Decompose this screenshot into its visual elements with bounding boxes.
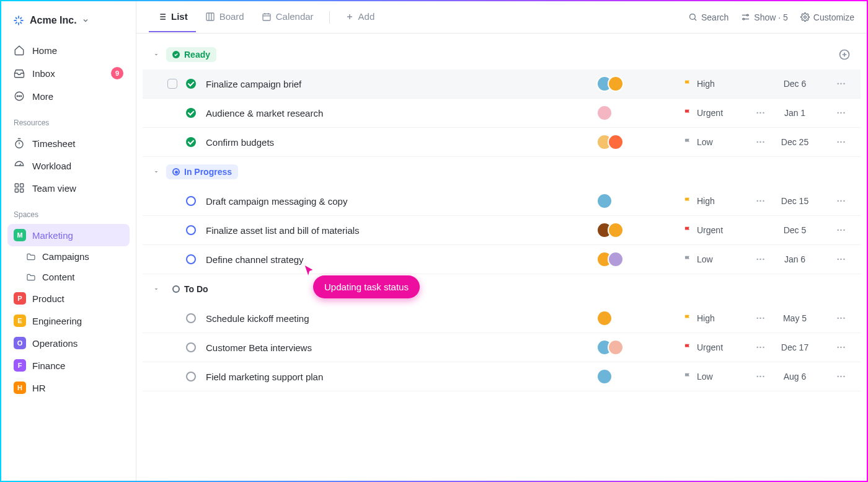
add-task-button[interactable] bbox=[838, 48, 851, 61]
task-due-date[interactable]: Dec 5 bbox=[770, 225, 820, 235]
view-tab-list[interactable]: List bbox=[149, 2, 196, 32]
task-status-toggle[interactable] bbox=[186, 225, 196, 235]
task-assignees[interactable] bbox=[596, 134, 634, 150]
view-tab-add[interactable]: Add bbox=[337, 2, 383, 32]
toolbar-search[interactable]: Search bbox=[688, 12, 728, 22]
space-item-operations[interactable]: OOperations bbox=[7, 332, 130, 354]
avatar[interactable] bbox=[608, 222, 624, 238]
view-tab-board[interactable]: Board bbox=[197, 2, 252, 32]
avatar[interactable] bbox=[608, 76, 624, 92]
avatar[interactable] bbox=[596, 105, 613, 121]
task-status-toggle[interactable] bbox=[186, 313, 196, 323]
task-assignees[interactable] bbox=[596, 310, 634, 326]
task-status-toggle[interactable] bbox=[186, 342, 196, 352]
space-item-marketing[interactable]: MMarketing bbox=[7, 224, 130, 246]
task-actions[interactable]: ··· bbox=[832, 254, 851, 264]
space-item-hr[interactable]: HHR bbox=[7, 377, 130, 399]
task-title[interactable]: Confirm budgets bbox=[206, 137, 596, 148]
task-checkbox[interactable] bbox=[167, 79, 177, 89]
task-row[interactable]: Customer Beta interviews Urgent ··· Dec … bbox=[143, 333, 861, 362]
task-assignees[interactable] bbox=[596, 105, 634, 121]
avatar[interactable] bbox=[596, 368, 613, 385]
subtask-indicator[interactable]: ··· bbox=[751, 342, 770, 352]
task-row[interactable]: Schedule kickoff meeting High ··· May 5 … bbox=[143, 304, 861, 333]
task-assignees[interactable] bbox=[596, 222, 634, 238]
space-item-finance[interactable]: FFinance bbox=[7, 354, 130, 377]
toolbar-show[interactable]: Show · 5 bbox=[741, 12, 788, 22]
task-title[interactable]: Draft campaign messaging & copy bbox=[206, 196, 596, 207]
task-row[interactable]: Confirm budgets Low ··· Dec 25 ··· bbox=[143, 128, 861, 157]
task-actions[interactable]: ··· bbox=[832, 137, 851, 147]
task-actions[interactable]: ··· bbox=[832, 313, 851, 323]
subtask-indicator[interactable]: ··· bbox=[751, 313, 770, 323]
group-status-pill[interactable]: Ready bbox=[166, 47, 216, 62]
task-due-date[interactable]: Jan 1 bbox=[770, 108, 820, 118]
task-row[interactable]: Finalize campaign brief High Dec 6 ··· bbox=[143, 69, 861, 99]
task-due-date[interactable]: Dec 17 bbox=[770, 342, 820, 352]
task-row[interactable]: Field marketing support plan Low ··· Aug… bbox=[143, 362, 861, 391]
task-status-toggle[interactable] bbox=[186, 137, 196, 147]
task-assignees[interactable] bbox=[596, 339, 634, 355]
task-row[interactable]: Audience & market research Urgent ··· Ja… bbox=[143, 99, 861, 128]
task-priority[interactable]: Urgent bbox=[683, 108, 751, 118]
task-due-date[interactable]: Dec 25 bbox=[770, 137, 820, 147]
sidebar-item-home[interactable]: Home bbox=[7, 39, 130, 61]
avatar[interactable] bbox=[596, 193, 613, 209]
task-due-date[interactable]: May 5 bbox=[770, 313, 820, 323]
task-assignees[interactable] bbox=[596, 368, 634, 385]
task-row[interactable]: Define channel strategy Low ··· Jan 6 ··… bbox=[143, 245, 861, 274]
task-priority[interactable]: Urgent bbox=[683, 342, 751, 352]
task-actions[interactable]: ··· bbox=[832, 225, 851, 235]
space-item-engineering[interactable]: EEngineering bbox=[7, 310, 130, 332]
task-due-date[interactable]: Aug 6 bbox=[770, 372, 820, 382]
collapse-icon[interactable] bbox=[153, 168, 160, 176]
task-status-toggle[interactable] bbox=[186, 254, 196, 264]
sidebar-item-timesheet[interactable]: Timesheet bbox=[7, 132, 130, 154]
task-priority[interactable]: High bbox=[683, 79, 751, 89]
sidebar-item-more[interactable]: More bbox=[7, 85, 130, 107]
task-priority[interactable]: Low bbox=[683, 372, 751, 382]
space-item-product[interactable]: PProduct bbox=[7, 287, 130, 310]
task-title[interactable]: Schedule kickoff meeting bbox=[206, 313, 596, 324]
task-actions[interactable]: ··· bbox=[832, 196, 851, 206]
sidebar-item-teamview[interactable]: Team view bbox=[7, 177, 130, 199]
task-priority[interactable]: High bbox=[683, 196, 751, 206]
toolbar-customize[interactable]: Customize bbox=[800, 12, 854, 22]
task-title[interactable]: Field marketing support plan bbox=[206, 372, 596, 382]
subtask-indicator[interactable]: ··· bbox=[751, 137, 770, 147]
task-actions[interactable]: ··· bbox=[832, 79, 851, 89]
subtask-indicator[interactable]: ··· bbox=[751, 108, 770, 118]
subtask-indicator[interactable]: ··· bbox=[751, 372, 770, 382]
task-title[interactable]: Audience & market research bbox=[206, 108, 596, 118]
subtask-indicator[interactable]: ··· bbox=[751, 254, 770, 264]
task-priority[interactable]: Urgent bbox=[683, 225, 751, 235]
task-actions[interactable]: ··· bbox=[832, 372, 851, 382]
group-status-pill[interactable]: In Progress bbox=[166, 164, 238, 179]
task-status-toggle[interactable] bbox=[186, 108, 196, 118]
task-due-date[interactable]: Dec 6 bbox=[770, 79, 820, 89]
group-status-pill[interactable]: To Do bbox=[166, 282, 215, 297]
avatar[interactable] bbox=[608, 339, 624, 355]
task-actions[interactable]: ··· bbox=[832, 342, 851, 352]
task-priority[interactable]: Low bbox=[683, 137, 751, 147]
task-row[interactable]: Draft campaign messaging & copy High ···… bbox=[143, 187, 861, 216]
collapse-icon[interactable] bbox=[153, 285, 160, 293]
task-assignees[interactable] bbox=[596, 251, 634, 267]
task-row[interactable]: Finalize asset list and bill of material… bbox=[143, 216, 861, 245]
task-status-toggle[interactable] bbox=[186, 79, 196, 89]
task-assignees[interactable] bbox=[596, 193, 634, 209]
workspace-switcher[interactable]: Acme Inc. bbox=[7, 11, 130, 30]
task-title[interactable]: Finalize campaign brief bbox=[206, 79, 596, 89]
sidebar-item-inbox[interactable]: Inbox 9 bbox=[7, 61, 130, 85]
task-due-date[interactable]: Dec 15 bbox=[770, 196, 820, 206]
collapse-icon[interactable] bbox=[153, 51, 160, 58]
view-tab-calendar[interactable]: Calendar bbox=[254, 2, 322, 32]
task-title[interactable]: Finalize asset list and bill of material… bbox=[206, 225, 596, 236]
task-priority[interactable]: High bbox=[683, 313, 751, 323]
subtask-indicator[interactable]: ··· bbox=[751, 196, 770, 206]
task-title[interactable]: Define channel strategy bbox=[206, 254, 596, 265]
avatar[interactable] bbox=[608, 134, 624, 150]
task-assignees[interactable] bbox=[596, 76, 634, 92]
avatar[interactable] bbox=[608, 251, 624, 267]
task-status-toggle[interactable] bbox=[186, 372, 196, 382]
